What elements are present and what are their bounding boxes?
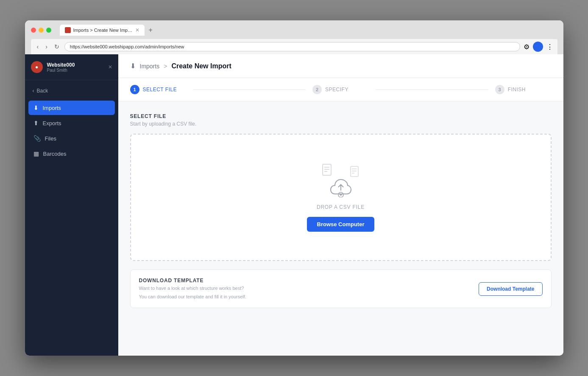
back-link[interactable]: ‹ Back — [28, 84, 115, 97]
upload-zone[interactable]: DROP A CSV FILE Browse Computer — [130, 134, 552, 261]
app-layout: ● Website000 Paul Smith ✕ ‹ Back ⬇ Impor… — [25, 54, 563, 356]
select-file-title: SELECT FILE — [130, 113, 552, 119]
browser-chrome: Imports > Create New Import ✕ + ‹ › ↻ ⚙ … — [25, 20, 563, 54]
step-1-label: SELECT FILE — [143, 87, 177, 93]
brand-logo: ● — [31, 61, 43, 73]
step-2-number: 2 — [312, 85, 322, 94]
sidebar-item-imports-label: Imports — [43, 105, 61, 111]
document-right-icon — [350, 166, 360, 177]
download-template-desc-2: You can download our template and fill i… — [139, 293, 246, 300]
traffic-lights — [31, 28, 51, 33]
step-divider-2 — [376, 90, 488, 90]
new-tab-button[interactable]: + — [146, 25, 155, 35]
sidebar-item-files-label: Files — [45, 135, 56, 142]
step-3-label: FINISH — [508, 87, 526, 93]
tab-title: Imports > Create New Import — [73, 28, 133, 33]
upload-label: DROP A CSV FILE — [317, 204, 365, 210]
sidebar: ● Website000 Paul Smith ✕ ‹ Back ⬇ Impor… — [25, 54, 118, 356]
page-header: ⬇ Imports > Create New Import — [118, 54, 563, 78]
select-file-subtitle: Start by uploading a CSV file. — [130, 121, 552, 127]
document-left-icon — [322, 163, 334, 177]
sidebar-brand: ● Website000 Paul Smith ✕ — [25, 54, 118, 80]
back-nav-button[interactable]: ‹ — [35, 42, 41, 51]
svg-rect-8 — [351, 166, 358, 177]
files-icon: 📎 — [33, 135, 41, 142]
address-bar[interactable] — [64, 42, 520, 51]
download-template-section: DOWNLOAD TEMPLATE Want to have a look at… — [130, 269, 552, 308]
upload-icon-wrapper — [322, 163, 360, 197]
back-label: Back — [37, 88, 48, 94]
step-1-number: 1 — [130, 85, 139, 94]
brand-user: Paul Smith — [47, 68, 75, 73]
minimize-traffic-light[interactable] — [39, 28, 44, 33]
exports-icon: ⬆ — [33, 120, 39, 126]
sidebar-item-exports[interactable]: ⬆ Exports — [28, 116, 115, 130]
browser-toolbar: ‹ › ↻ ⚙ ⋮ — [31, 39, 557, 54]
sidebar-item-barcodes[interactable]: ▦ Barcodes — [28, 146, 115, 161]
breadcrumb-parent: Imports — [140, 63, 160, 70]
download-template-desc-1: Want to have a look at which structure w… — [139, 285, 246, 292]
browser-tab[interactable]: Imports > Create New Import ✕ — [60, 25, 145, 36]
menu-icon[interactable]: ⋮ — [546, 43, 553, 51]
step-2-label: SPECIFY — [325, 87, 348, 93]
step-2: 2 SPECIFY — [312, 85, 369, 94]
step-divider-1 — [193, 90, 306, 90]
tab-bar: Imports > Create New Import ✕ + — [60, 25, 557, 36]
collapse-icon[interactable]: ✕ — [108, 64, 112, 70]
back-arrow-icon: ‹ — [33, 88, 34, 94]
breadcrumb-separator: > — [164, 63, 167, 70]
svg-rect-0 — [323, 164, 331, 175]
maximize-traffic-light[interactable] — [46, 28, 51, 33]
imports-icon: ⬇ — [33, 104, 39, 111]
browse-computer-button[interactable]: Browse Computer — [307, 217, 375, 232]
download-template-title: DOWNLOAD TEMPLATE — [139, 278, 246, 283]
reload-nav-button[interactable]: ↻ — [53, 42, 61, 51]
sidebar-item-barcodes-label: Barcodes — [43, 151, 67, 157]
steps-bar: 1 SELECT FILE 2 SPECIFY 3 FINISH — [118, 78, 563, 101]
breadcrumb-parent-icon: ⬇ — [130, 62, 136, 70]
settings-icon[interactable]: ⚙ — [524, 43, 529, 51]
brand-info: ● Website000 Paul Smith — [31, 61, 75, 73]
sidebar-item-exports-label: Exports — [43, 120, 61, 126]
download-template-button[interactable]: Download Template — [479, 282, 542, 296]
step-3: 3 FINISH — [495, 85, 552, 94]
brand-text: Website000 Paul Smith — [47, 62, 75, 73]
sidebar-nav: ‹ Back ⬇ Imports ⬆ Exports 📎 Files ▦ — [25, 80, 118, 165]
toolbar-actions: ⚙ ⋮ — [524, 42, 553, 52]
brand-name: Website000 — [47, 62, 75, 68]
forward-nav-button[interactable]: › — [44, 42, 49, 51]
sidebar-item-imports[interactable]: ⬇ Imports — [28, 101, 115, 115]
sidebar-item-files[interactable]: 📎 Files — [28, 131, 115, 146]
close-traffic-light[interactable] — [31, 28, 36, 33]
cloud-upload-icon — [328, 176, 354, 197]
user-avatar[interactable] — [533, 42, 543, 52]
step-3-number: 3 — [495, 85, 504, 94]
page-title: Create New Import — [171, 62, 231, 70]
main-content: ⬇ Imports > Create New Import 1 SELECT F… — [118, 54, 563, 356]
tab-favicon — [65, 27, 71, 33]
download-template-info: DOWNLOAD TEMPLATE Want to have a look at… — [139, 278, 246, 300]
barcodes-icon: ▦ — [33, 150, 39, 157]
step-1: 1 SELECT FILE — [130, 85, 187, 94]
tab-close-icon[interactable]: ✕ — [135, 27, 139, 33]
content-area: SELECT FILE Start by uploading a CSV fil… — [118, 101, 563, 356]
